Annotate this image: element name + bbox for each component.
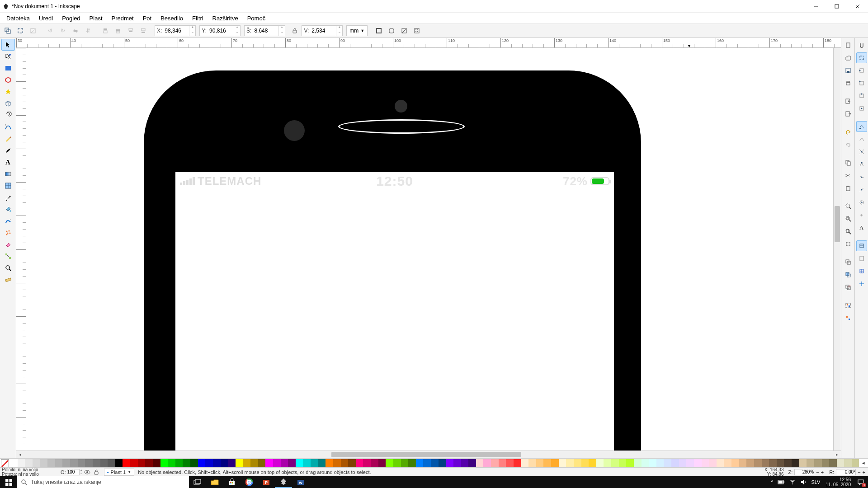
- menu-plast[interactable]: Plast: [85, 14, 107, 23]
- swatch[interactable]: [792, 459, 799, 467]
- swatch[interactable]: [604, 459, 611, 467]
- swatch[interactable]: [453, 459, 461, 467]
- swatch[interactable]: [33, 459, 40, 467]
- paintbucket-tool[interactable]: [1, 203, 15, 215]
- swatch[interactable]: [829, 459, 837, 467]
- swatch[interactable]: [326, 459, 333, 467]
- y-up[interactable]: +: [234, 26, 240, 31]
- snap-text-baseline-button[interactable]: A: [856, 222, 867, 233]
- scrollbar-horizontal[interactable]: ◂ ▸: [16, 450, 841, 458]
- swatch[interactable]: [236, 459, 243, 467]
- swatch[interactable]: [671, 459, 679, 467]
- scale-corners-button[interactable]: [386, 25, 397, 37]
- swatch[interactable]: [491, 459, 499, 467]
- swatch[interactable]: [837, 459, 844, 467]
- wifi-icon[interactable]: [789, 479, 796, 485]
- move-gradients-button[interactable]: [398, 25, 410, 37]
- swatch[interactable]: [649, 459, 656, 467]
- flip-v-button[interactable]: ⇵: [82, 25, 94, 37]
- swatch[interactable]: [709, 459, 717, 467]
- dropper-tool[interactable]: [1, 192, 15, 203]
- snap-intersection-button[interactable]: [856, 146, 867, 157]
- swatch[interactable]: [543, 459, 551, 467]
- swatch[interactable]: [281, 459, 288, 467]
- lower-button[interactable]: [125, 25, 137, 37]
- swatch[interactable]: [754, 459, 762, 467]
- swatch[interactable]: [717, 459, 724, 467]
- swatch[interactable]: [468, 459, 476, 467]
- no-color-swatch[interactable]: [1, 459, 9, 467]
- zoom-out-button[interactable]: −: [816, 469, 819, 475]
- swatch[interactable]: [221, 459, 228, 467]
- unlink-clone-button[interactable]: [843, 282, 854, 293]
- deselect-button[interactable]: [27, 25, 39, 37]
- tweak-tool[interactable]: [1, 215, 15, 227]
- cut-button[interactable]: ✂: [843, 170, 854, 181]
- select-all-button[interactable]: [14, 25, 26, 37]
- taskbar-inkscape[interactable]: [275, 476, 292, 488]
- swatch[interactable]: [551, 459, 559, 467]
- task-view-button[interactable]: [189, 476, 206, 488]
- swatch[interactable]: [213, 459, 221, 467]
- raise-top-button[interactable]: [99, 25, 111, 37]
- taskbar-search[interactable]: Tukaj vnesite izraz za iskanje: [17, 476, 189, 488]
- w-input[interactable]: [253, 26, 278, 36]
- swatch[interactable]: [40, 459, 48, 467]
- canvas[interactable]: TELEMACH 12:50 72%: [26, 48, 833, 450]
- swatch[interactable]: [303, 459, 311, 467]
- swatch[interactable]: [85, 459, 93, 467]
- start-button[interactable]: [0, 476, 17, 488]
- swatch[interactable]: [378, 459, 386, 467]
- swatch[interactable]: [521, 459, 529, 467]
- swatch[interactable]: [386, 459, 393, 467]
- swatch[interactable]: [78, 459, 85, 467]
- swatch[interactable]: [483, 459, 491, 467]
- spiral-tool[interactable]: [1, 109, 15, 121]
- scrollbar-vertical[interactable]: [833, 48, 841, 450]
- swatch[interactable]: [258, 459, 266, 467]
- swatch[interactable]: [311, 459, 318, 467]
- snap-page-border-button[interactable]: [856, 253, 867, 264]
- height-field[interactable]: V: +−: [302, 25, 343, 36]
- zoom-selection-button[interactable]: [843, 201, 854, 211]
- menu-predmet[interactable]: Predmet: [107, 14, 138, 23]
- rotate-ccw-button[interactable]: ↺: [44, 25, 56, 37]
- selector-tool[interactable]: [1, 39, 15, 51]
- system-tray[interactable]: ^ SLV: [768, 479, 823, 485]
- bezier-tool[interactable]: [1, 121, 15, 133]
- swatch[interactable]: [25, 459, 33, 467]
- swatch[interactable]: [694, 459, 702, 467]
- swatch[interactable]: [514, 459, 521, 467]
- swatch[interactable]: [356, 459, 363, 467]
- ruler-vertical[interactable]: [16, 48, 26, 450]
- swatch[interactable]: [596, 459, 604, 467]
- menu-datoteka[interactable]: Datoteka: [2, 14, 34, 23]
- export-button[interactable]: [843, 108, 854, 119]
- layer-visibility-toggle[interactable]: [84, 470, 94, 474]
- swatch[interactable]: [153, 459, 160, 467]
- snap-enable-button[interactable]: [856, 40, 867, 51]
- swatch[interactable]: [18, 459, 25, 467]
- swatch[interactable]: [731, 459, 739, 467]
- swatch[interactable]: [288, 459, 296, 467]
- swatch[interactable]: [423, 459, 431, 467]
- swatch[interactable]: [476, 459, 484, 467]
- menu-pogled[interactable]: Pogled: [57, 14, 85, 23]
- opacity-down[interactable]: −: [80, 472, 82, 475]
- swatch[interactable]: [439, 459, 446, 467]
- rectangle-tool[interactable]: [1, 62, 15, 74]
- swatch[interactable]: [341, 459, 349, 467]
- ruler-horizontal[interactable]: ▾ 30405060708090100110120130140150160170…: [16, 38, 841, 48]
- snap-bbox-corner-button[interactable]: [856, 78, 867, 89]
- ungroup-button[interactable]: [843, 313, 854, 324]
- rotation-up-button[interactable]: +: [863, 469, 865, 475]
- swatch[interactable]: [265, 459, 273, 467]
- swatch[interactable]: [686, 459, 694, 467]
- x-input[interactable]: [164, 26, 189, 36]
- swatch[interactable]: [461, 459, 469, 467]
- scrollbar-h-thumb[interactable]: [331, 452, 521, 457]
- menu-filtri[interactable]: Filtri: [188, 14, 208, 23]
- snap-path-button[interactable]: [856, 134, 867, 145]
- swatch[interactable]: [822, 459, 830, 467]
- snap-nodes-button[interactable]: [856, 121, 867, 132]
